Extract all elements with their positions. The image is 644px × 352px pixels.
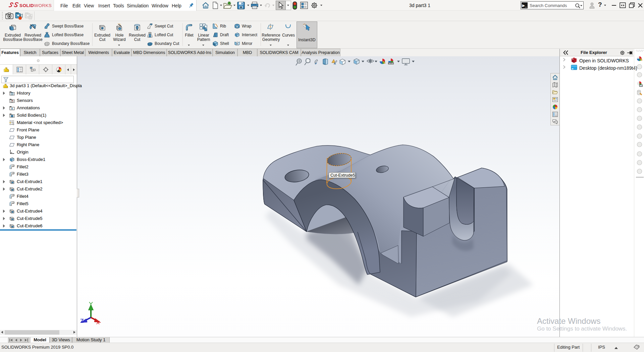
svg-text:W: W bbox=[575, 57, 577, 59]
svg-text:SOLIDWORKS: SOLIDWORKS bbox=[19, 3, 52, 8]
svg-text:S: S bbox=[572, 58, 574, 60]
svg-text:A: A bbox=[334, 62, 336, 65]
